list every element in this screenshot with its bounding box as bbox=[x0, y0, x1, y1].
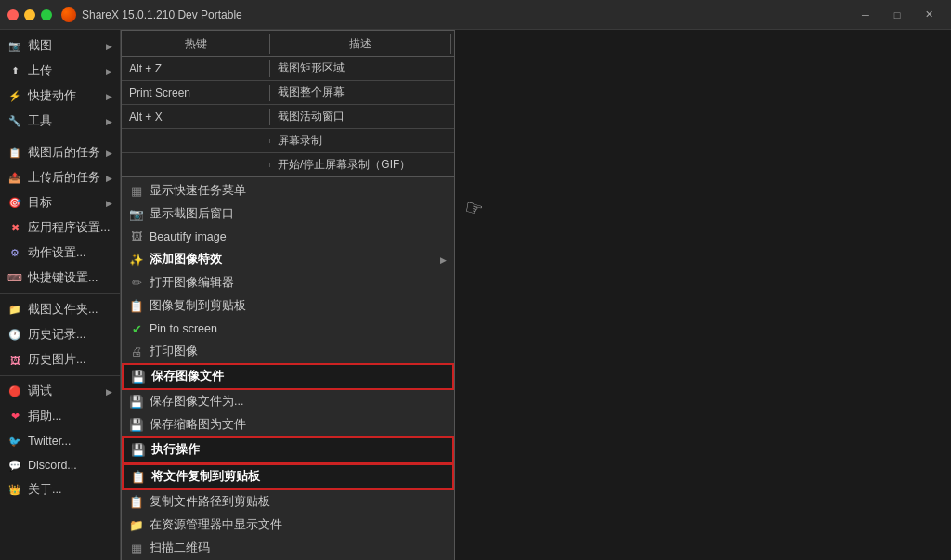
ctx-label-qr: 扫描二维码 bbox=[150, 540, 210, 556]
ctx-show-in-explorer[interactable]: 📁 在资源管理器中显示文件 bbox=[122, 514, 454, 537]
sidebar-item-destination[interactable]: 🎯 目标 ▶ bbox=[0, 190, 120, 215]
hotkey-desc-1: 截图矩形区域 bbox=[270, 59, 450, 78]
ctx-label-pin: Pin to screen bbox=[150, 322, 217, 335]
sidebar-label-donate: 捐助... bbox=[28, 409, 61, 424]
sidebar-item-debug[interactable]: 🔴 调试 ▶ bbox=[0, 379, 120, 404]
min-traffic-btn[interactable] bbox=[24, 9, 35, 20]
hotkey-table-header: 热键 描述 bbox=[122, 31, 454, 57]
heart-icon: ❤ bbox=[7, 410, 22, 424]
hotkey-key-2: Print Screen bbox=[122, 85, 270, 101]
hotkey-icon: ⌨ bbox=[7, 271, 22, 286]
ctx-scan-qr[interactable]: ▦ 扫描二维码 bbox=[122, 537, 454, 560]
ctx-beautify-image[interactable]: 🖼 Beautify image bbox=[122, 226, 454, 248]
ctx-open-image-editor[interactable]: ✏ 打开图像编辑器 bbox=[122, 271, 454, 294]
sidebar-item-quickactions[interactable]: ⚡ 快捷动作 ▶ bbox=[0, 84, 120, 109]
sidebar-divider-1 bbox=[0, 137, 120, 137]
ctx-label-editor: 打开图像编辑器 bbox=[150, 275, 234, 291]
ctx-copy-file[interactable]: 📋 将文件复制到剪贴板 bbox=[122, 463, 454, 490]
sidebar-item-app-settings[interactable]: ✖ 应用程序设置... bbox=[0, 215, 120, 241]
arrow-icon-tools: ▶ bbox=[106, 117, 112, 126]
ctx-label-print: 打印图像 bbox=[150, 344, 198, 359]
ctx-save-image-as[interactable]: 💾 保存图像文件为... bbox=[122, 390, 454, 413]
arrow-debug: ▶ bbox=[106, 387, 112, 397]
ctx-copy-file-path[interactable]: 📋 复制文件路径到剪贴板 bbox=[122, 490, 454, 514]
titlebar-controls: ─ □ ✕ bbox=[851, 0, 944, 30]
after-upload-icon: 📤 bbox=[7, 171, 22, 186]
context-menu: ▦ 显示快速任务菜单 📷 显示截图后窗口 🖼 Beautify image ✨ … bbox=[122, 177, 454, 560]
copy-image-icon: 📋 bbox=[129, 299, 144, 314]
sidebar-item-after-capture[interactable]: 📋 截图后的任务 ▶ bbox=[0, 140, 120, 165]
ctx-print-image[interactable]: 🖨 打印图像 bbox=[122, 340, 454, 363]
maximize-button[interactable]: □ bbox=[882, 0, 912, 30]
hotkey-desc-3: 截图活动窗口 bbox=[270, 107, 450, 126]
ctx-show-quick-menu[interactable]: ▦ 显示快速任务菜单 bbox=[122, 179, 454, 202]
close-button[interactable]: ✕ bbox=[914, 0, 944, 30]
sidebar-label-capture-folder: 截图文件夹... bbox=[28, 302, 98, 318]
tool-icon: 🔧 bbox=[7, 114, 22, 129]
col-header-desc: 描述 bbox=[270, 34, 450, 54]
ctx-label-copy-file: 将文件复制到剪贴板 bbox=[151, 469, 260, 485]
explorer-icon: 📁 bbox=[129, 518, 144, 533]
ctx-save-image-file[interactable]: 💾 保存图像文件 bbox=[122, 363, 454, 390]
sidebar-label-upload: 上传 bbox=[28, 63, 52, 79]
discord-icon: 💬 bbox=[7, 458, 22, 473]
titlebar-traffic-lights bbox=[7, 9, 52, 20]
ctx-execute-action[interactable]: 💾 执行操作 bbox=[122, 436, 454, 463]
ctx-label-save-thumb: 保存缩略图为文件 bbox=[150, 417, 246, 433]
editor-icon: ✏ bbox=[129, 276, 144, 291]
ctx-label-show-after-capture: 显示截图后窗口 bbox=[150, 206, 234, 222]
ctx-pin-to-screen[interactable]: ✔ Pin to screen bbox=[122, 318, 454, 340]
minimize-button[interactable]: ─ bbox=[851, 0, 880, 30]
effects-arrow: ▶ bbox=[440, 255, 447, 265]
sidebar-item-history[interactable]: 🕐 历史记录... bbox=[0, 322, 120, 347]
sidebar-item-about[interactable]: 👑 关于... bbox=[0, 477, 120, 502]
close-traffic-btn[interactable] bbox=[7, 9, 19, 20]
effects-icon: ✨ bbox=[129, 253, 144, 267]
hotkey-key-3: Alt + X bbox=[122, 109, 270, 125]
max-traffic-btn[interactable] bbox=[41, 9, 52, 20]
ctx-label-copy-image: 图像复制到剪贴板 bbox=[150, 298, 246, 314]
after-capture-icon: 📋 bbox=[7, 146, 22, 161]
ctx-show-after-capture[interactable]: 📷 显示截图后窗口 bbox=[122, 202, 454, 226]
sidebar-item-image-history[interactable]: 🖼 历史图片... bbox=[0, 347, 120, 372]
sidebar-item-capture[interactable]: 📷 截图 ▶ bbox=[0, 33, 120, 59]
sidebar-item-hotkey-settings[interactable]: ⌨ 快捷键设置... bbox=[0, 266, 120, 291]
hotkey-key-1: Alt + Z bbox=[122, 60, 270, 77]
sidebar-label-twitter: Twitter... bbox=[28, 435, 72, 448]
target-icon: 🎯 bbox=[7, 196, 22, 211]
ctx-save-thumbnail[interactable]: 💾 保存缩略图为文件 bbox=[122, 413, 454, 436]
sidebar-item-capture-folder[interactable]: 📁 截图文件夹... bbox=[0, 297, 120, 322]
titlebar-title: ShareX 15.0.1.210 Dev Portable bbox=[82, 8, 242, 21]
ctx-label-beautify: Beautify image bbox=[150, 230, 227, 243]
twitter-icon: 🐦 bbox=[7, 434, 22, 449]
sidebar-label-capture: 截图 bbox=[28, 38, 52, 54]
sidebar-label-tools: 工具 bbox=[28, 113, 52, 129]
sidebar-item-upload[interactable]: ⬆ 上传 ▶ bbox=[0, 59, 120, 84]
sidebar-label-app-settings: 应用程序设置... bbox=[28, 220, 110, 236]
sidebar-label-quickactions: 快捷动作 bbox=[28, 88, 76, 104]
ctx-label-show-quick-menu: 显示快速任务菜单 bbox=[150, 183, 246, 199]
ctx-add-image-effects[interactable]: ✨ 添加图像特效 ▶ bbox=[122, 248, 454, 271]
image-history-icon: 🖼 bbox=[7, 353, 22, 368]
sidebar-item-tools[interactable]: 🔧 工具 ▶ bbox=[0, 109, 120, 134]
save-file-icon: 💾 bbox=[131, 370, 146, 384]
titlebar: ShareX 15.0.1.210 Dev Portable ─ □ ✕ bbox=[0, 0, 951, 30]
sidebar-item-donate[interactable]: ❤ 捐助... bbox=[0, 404, 120, 429]
sidebar-item-twitter[interactable]: 🐦 Twitter... bbox=[0, 429, 120, 453]
ctx-label-effects: 添加图像特效 bbox=[150, 252, 222, 267]
ctx-copy-image[interactable]: 📋 图像复制到剪贴板 bbox=[122, 294, 454, 318]
sidebar-item-action-settings[interactable]: ⚙ 动作设置... bbox=[0, 241, 120, 266]
sidebar-item-discord[interactable]: 💬 Discord... bbox=[0, 453, 120, 477]
sidebar-divider-2 bbox=[0, 293, 120, 294]
ctx-label-execute: 执行操作 bbox=[151, 442, 200, 458]
sidebar-divider-3 bbox=[0, 375, 120, 376]
app-logo bbox=[61, 7, 76, 22]
hotkey-row-1: Alt + Z 截图矩形区域 bbox=[122, 57, 454, 80]
sidebar-item-after-upload[interactable]: 📤 上传后的任务 ▶ bbox=[0, 165, 120, 190]
cursor-hand: ☞ bbox=[462, 195, 486, 223]
arrow-destination: ▶ bbox=[106, 199, 112, 208]
arrow-icon: ▶ bbox=[106, 42, 112, 51]
sidebar-label-after-upload: 上传后的任务 bbox=[28, 170, 100, 186]
ctx-label-save-as: 保存图像文件为... bbox=[150, 394, 243, 410]
hotkey-row-5: 开始/停止屏幕录制（GIF） bbox=[122, 153, 454, 176]
